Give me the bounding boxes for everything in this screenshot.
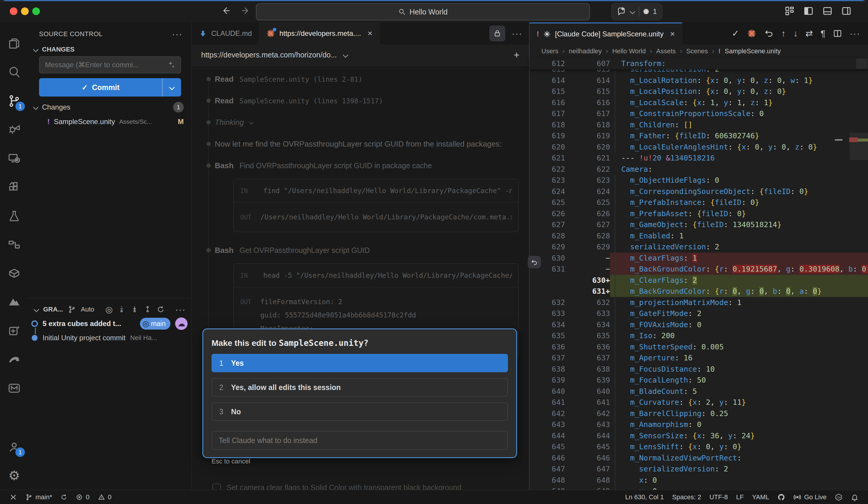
explorer-icon[interactable] bbox=[0, 29, 28, 58]
code-line[interactable]: 615615 m_LocalPosition: {x: 0, y: 0, z: … bbox=[529, 86, 868, 97]
zoom-window-button[interactable] bbox=[32, 7, 40, 15]
accept-check-icon[interactable]: ✓ bbox=[732, 29, 739, 38]
close-window-button[interactable] bbox=[10, 7, 18, 15]
customize-layout-icon[interactable] bbox=[785, 6, 795, 16]
toggle-panel-icon[interactable] bbox=[823, 6, 833, 16]
sparkle-icon[interactable] bbox=[167, 60, 176, 69]
breadcrumb[interactable]: Users›neilhaddley›Hello World›Assets›Sce… bbox=[529, 44, 868, 58]
code-line[interactable]: 647647 serializedVersion: 2 bbox=[529, 463, 868, 475]
minimap-slider[interactable] bbox=[856, 59, 867, 69]
commit-message-input[interactable] bbox=[44, 60, 167, 69]
branch-ref-pill[interactable]: ◎main bbox=[140, 318, 170, 330]
more-actions-icon[interactable]: ··· bbox=[172, 29, 183, 39]
commit-message-box[interactable] bbox=[39, 56, 181, 73]
github-status[interactable] bbox=[773, 490, 789, 504]
commit-row[interactable]: Initial Unity project commit Neil Ha... bbox=[28, 331, 192, 345]
target-icon[interactable]: ◎ bbox=[106, 305, 113, 314]
code-line[interactable]: 642642 m_BarrelClipping: 0.25 bbox=[529, 408, 868, 419]
fetch-icon[interactable] bbox=[117, 305, 126, 314]
seal-icon[interactable] bbox=[0, 345, 28, 374]
chevron-down-icon[interactable] bbox=[630, 9, 636, 14]
code-line[interactable]: 641641 m_Curvature: {x: 2, y: 11} bbox=[529, 397, 868, 408]
code-line[interactable]: 648648 x: 0 bbox=[529, 475, 868, 486]
code-line[interactable]: 636636 m_ShutterSpeed: 0.005 bbox=[529, 341, 868, 353]
code-line[interactable]: 637637 m_Aperture: 16 bbox=[529, 352, 868, 364]
source-control-icon[interactable]: 1 bbox=[0, 87, 28, 115]
notifications-bell[interactable] bbox=[847, 490, 863, 504]
sync-status[interactable] bbox=[56, 490, 72, 504]
breadcrumb-item[interactable]: Scenes bbox=[686, 47, 707, 55]
code-line[interactable]: 640640 m_BladeCount: 5 bbox=[529, 386, 868, 397]
diff-editor-content[interactable]: 613613 serializedVersion: 2614614 m_Loca… bbox=[529, 58, 868, 490]
commit-row[interactable]: 5 extra cubes added t... ◎main ☁ bbox=[28, 316, 192, 331]
code-line[interactable]: 624624 m_CorrespondingSourceObject: {fil… bbox=[529, 186, 868, 197]
indentation[interactable]: Spaces: 2 bbox=[668, 490, 705, 504]
browser-url-bar[interactable]: https://developers.meta.com/horizon/do..… bbox=[192, 44, 529, 66]
push-icon[interactable] bbox=[144, 305, 152, 314]
code-line[interactable]: 628628 m_Enabled: 1 bbox=[529, 230, 868, 242]
command-center-search[interactable]: Hello World bbox=[256, 3, 590, 20]
more-actions-icon[interactable]: ··· bbox=[850, 28, 860, 39]
code-line[interactable]: 621621--- !u!20 &1340518216 bbox=[529, 152, 868, 164]
close-tab-icon[interactable]: × bbox=[368, 29, 372, 38]
next-change-icon[interactable]: ↓ bbox=[794, 29, 798, 38]
code-line[interactable]: 631+ m_BackGroundColor: {r: 0, g: 0, b: … bbox=[529, 286, 868, 297]
code-line[interactable]: 631− m_BackGroundColor: {r: 0.19215687, … bbox=[529, 264, 868, 275]
settings-gear-icon[interactable]: ⚙ bbox=[0, 461, 28, 490]
changes-section-header[interactable]: CHANGES bbox=[34, 46, 74, 53]
chat-item-thinking[interactable]: Thinking bbox=[205, 118, 529, 127]
graph-header[interactable]: GRA... Auto ◎ ··· bbox=[28, 302, 192, 316]
testing-flask-icon[interactable] bbox=[0, 201, 28, 230]
breadcrumb-item[interactable]: Hello World bbox=[612, 47, 645, 55]
code-line[interactable]: 627627 m_GameObject: {fileID: 1340518214… bbox=[529, 219, 868, 230]
forward-arrow-icon[interactable] bbox=[240, 5, 251, 16]
code-line[interactable]: 630+ m_ClearFlags: 2 bbox=[529, 275, 868, 286]
remote-preview-icon[interactable] bbox=[0, 144, 28, 173]
commit-dropdown-button[interactable] bbox=[162, 78, 181, 97]
eol[interactable]: LF bbox=[732, 490, 748, 504]
search-icon[interactable] bbox=[0, 58, 28, 87]
remote-indicator[interactable] bbox=[5, 490, 21, 504]
extensions-icon[interactable] bbox=[0, 173, 28, 201]
code-line[interactable]: 630− m_ClearFlags: 1 bbox=[529, 253, 868, 264]
language-mode[interactable]: YAML bbox=[748, 490, 773, 504]
close-tab-icon[interactable]: × bbox=[670, 29, 675, 39]
chevron-down-icon[interactable] bbox=[343, 52, 349, 58]
tab-samplescene-unity[interactable]: ! [Claude Code] SampleScene.unity × bbox=[529, 22, 682, 44]
go-live[interactable]: Go Live bbox=[789, 490, 831, 504]
dialog-option-2[interactable]: 2Yes, allow all edits this session bbox=[211, 378, 508, 396]
warning-count[interactable]: 0 bbox=[94, 490, 116, 504]
toggle-secondary-sidebar-icon[interactable] bbox=[841, 6, 851, 16]
revert-block-button[interactable] bbox=[528, 256, 541, 268]
tell-claude-input[interactable] bbox=[211, 431, 508, 450]
code-line[interactable]: 645645 m_LensShift: {x: 0, y: 0} bbox=[529, 441, 868, 453]
box-sparkle-icon[interactable] bbox=[0, 316, 28, 345]
whitespace-icon[interactable]: ¶ bbox=[821, 29, 825, 38]
swap-diff-icon[interactable]: ⇄ bbox=[806, 29, 813, 38]
cloud-icon[interactable]: ☁ bbox=[175, 317, 188, 330]
code-line[interactable]: 623623 m_ObjectHideFlags: 0 bbox=[529, 175, 868, 186]
breadcrumb-item[interactable]: Users bbox=[541, 47, 558, 55]
hierarchy-icon[interactable] bbox=[0, 230, 28, 259]
code-line[interactable]: 634634 m_FOVAxisMode: 0 bbox=[529, 319, 868, 331]
encoding[interactable]: UTF-8 bbox=[705, 490, 732, 504]
previous-change-icon[interactable]: ↑ bbox=[781, 29, 786, 38]
code-line[interactable]: 629629 serializedVersion: 2 bbox=[529, 241, 868, 253]
code-line[interactable]: 622622Camera: bbox=[529, 164, 868, 175]
code-line[interactable]: 620620 m_LocalEulerAnglesHint: {x: 0, y:… bbox=[529, 142, 868, 153]
toggle-primary-sidebar-icon[interactable] bbox=[804, 6, 814, 16]
lock-icon[interactable] bbox=[489, 26, 505, 41]
code-line[interactable]: 635635 m_Iso: 200 bbox=[529, 330, 868, 341]
code-line[interactable]: 618618 m_Children: [] bbox=[529, 119, 868, 131]
tab-meta-docs[interactable]: https://developers.meta.... × bbox=[259, 22, 380, 44]
code-line[interactable]: 638638 m_FocusDistance: 10 bbox=[529, 364, 868, 375]
more-actions-icon[interactable]: ··· bbox=[512, 28, 523, 39]
error-count[interactable]: 0 bbox=[72, 490, 93, 504]
code-line[interactable]: 643643 m_Anamorphism: 0 bbox=[529, 419, 868, 430]
sticky-scroll-line[interactable]: 612607Transform: bbox=[529, 58, 868, 69]
accounts-icon[interactable]: 1 bbox=[0, 432, 28, 461]
minimize-window-button[interactable] bbox=[21, 7, 29, 15]
code-line[interactable]: 616616 m_LocalScale: {x: 1, y: 1, z: 1} bbox=[529, 97, 868, 108]
run-debug-icon[interactable] bbox=[0, 115, 28, 144]
back-arrow-icon[interactable] bbox=[221, 5, 231, 16]
